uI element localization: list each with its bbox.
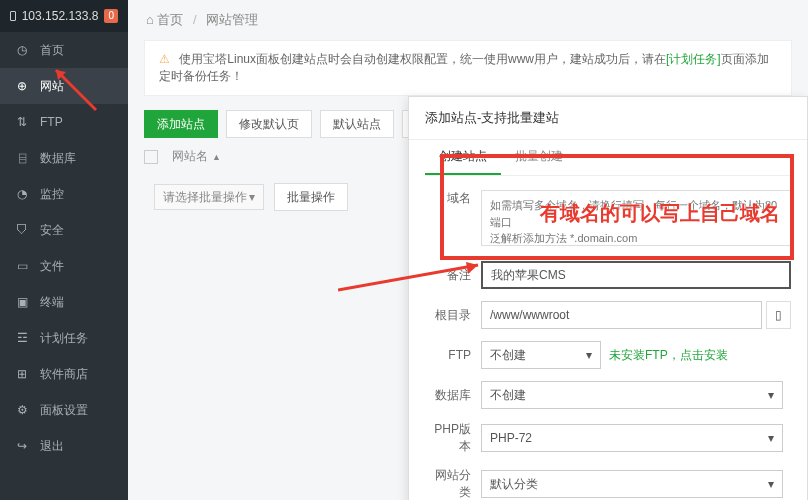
- select-all-checkbox[interactable]: [144, 150, 158, 164]
- sidebar-item-settings[interactable]: ⚙面板设置: [0, 392, 128, 428]
- alert-link[interactable]: [计划任务]: [666, 52, 721, 66]
- sidebar-item-label: FTP: [40, 115, 63, 129]
- breadcrumb: ⌂ 首页 / 网站管理: [128, 0, 808, 40]
- form-row-category: 网站分类 默认分类▾: [409, 461, 807, 500]
- php-select-value: PHP-72: [490, 431, 532, 445]
- logout-icon: ↪: [14, 439, 30, 453]
- database-label: 数据库: [425, 387, 481, 404]
- modal-tabs: 创建站点 批量创建: [425, 140, 791, 176]
- warning-icon: ⚠: [159, 52, 170, 66]
- globe-icon: ⊕: [14, 79, 30, 93]
- chevron-down-icon: ▾: [768, 477, 774, 491]
- batch-select-label: 请选择批量操作: [163, 189, 247, 206]
- browse-folder-button[interactable]: ▯: [766, 301, 791, 329]
- shield-icon: ⛉: [14, 223, 30, 237]
- breadcrumb-home[interactable]: 首页: [157, 12, 183, 27]
- sidebar-item-cron[interactable]: ☲计划任务: [0, 320, 128, 356]
- info-alert: ⚠ 使用宝塔Linux面板创建站点时会自动创建权限配置，统一使用www用户，建站…: [144, 40, 792, 96]
- sidebar-item-ftp[interactable]: ⇅FTP: [0, 104, 128, 140]
- sidebar-item-label: 首页: [40, 42, 64, 59]
- ftp-icon: ⇅: [14, 115, 30, 129]
- calendar-icon: ☲: [14, 331, 30, 345]
- batch-select[interactable]: 请选择批量操作▾: [154, 184, 264, 210]
- tab-create-site[interactable]: 创建站点: [425, 140, 501, 175]
- note-input[interactable]: [481, 261, 791, 289]
- terminal-icon: ▣: [14, 295, 30, 309]
- sidebar-item-label: 监控: [40, 186, 64, 203]
- sidebar-item-terminal[interactable]: ▣终端: [0, 284, 128, 320]
- category-label: 网站分类: [425, 467, 481, 500]
- sidebar-item-database[interactable]: ⌸数据库: [0, 140, 128, 176]
- sidebar: 103.152.133.8 0 ◷首页 ⊕网站 ⇅FTP ⌸数据库 ◔监控 ⛉安…: [0, 0, 128, 500]
- note-label: 备注: [425, 267, 481, 284]
- sidebar-item-website[interactable]: ⊕网站: [0, 68, 128, 104]
- php-label: PHP版本: [425, 421, 481, 455]
- home-icon: ⌂: [146, 12, 154, 27]
- sidebar-item-label: 安全: [40, 222, 64, 239]
- root-input[interactable]: [481, 301, 762, 329]
- tab-batch-create[interactable]: 批量创建: [501, 140, 577, 175]
- breadcrumb-separator: /: [193, 12, 197, 27]
- chevron-down-icon: ▾: [768, 431, 774, 445]
- sort-icon[interactable]: ▲: [212, 152, 221, 162]
- chevron-down-icon: ▾: [249, 190, 255, 204]
- modal-title: 添加站点-支持批量建站: [409, 97, 807, 140]
- domain-input[interactable]: [481, 190, 791, 246]
- gear-icon: ⚙: [14, 403, 30, 417]
- apps-icon: ⊞: [14, 367, 30, 381]
- sidebar-item-label: 面板设置: [40, 402, 88, 419]
- sidebar-item-store[interactable]: ⊞软件商店: [0, 356, 128, 392]
- sidebar-item-label: 软件商店: [40, 366, 88, 383]
- breadcrumb-current: 网站管理: [206, 12, 258, 27]
- root-label: 根目录: [425, 307, 481, 324]
- form-row-note: 备注: [409, 255, 807, 295]
- database-select[interactable]: 不创建▾: [481, 381, 783, 409]
- chevron-down-icon: ▾: [586, 348, 592, 362]
- form-row-database: 数据库 不创建▾: [409, 375, 807, 415]
- home-icon: ◷: [14, 43, 30, 57]
- sidebar-item-files[interactable]: ▭文件: [0, 248, 128, 284]
- form-row-domain: 域名: [409, 176, 807, 255]
- monitor-icon: ◔: [14, 187, 30, 201]
- sidebar-item-home[interactable]: ◷首页: [0, 32, 128, 68]
- ftp-label: FTP: [425, 348, 481, 362]
- ftp-select[interactable]: 不创建▾: [481, 341, 601, 369]
- category-select[interactable]: 默认分类▾: [481, 470, 783, 498]
- default-site-button[interactable]: 默认站点: [320, 110, 394, 138]
- notification-badge[interactable]: 0: [104, 9, 118, 23]
- sidebar-item-monitor[interactable]: ◔监控: [0, 176, 128, 212]
- database-icon: ⌸: [14, 151, 30, 165]
- form-row-ftp: FTP 不创建▾未安装FTP，点击安装: [409, 335, 807, 375]
- sidebar-header: 103.152.133.8 0: [0, 0, 128, 32]
- sidebar-item-label: 终端: [40, 294, 64, 311]
- php-select[interactable]: PHP-72▾: [481, 424, 783, 452]
- monitor-icon: [10, 11, 16, 21]
- sidebar-item-label: 网站: [40, 78, 64, 95]
- column-site-name[interactable]: 网站名: [172, 148, 208, 165]
- server-ip: 103.152.133.8: [22, 0, 99, 32]
- form-row-root: 根目录 ▯: [409, 295, 807, 335]
- alert-text-prefix: 使用宝塔Linux面板创建站点时会自动创建权限配置，统一使用www用户，建站成功…: [179, 52, 666, 66]
- ftp-hint[interactable]: 未安装FTP，点击安装: [609, 347, 728, 364]
- folder-icon: ▭: [14, 259, 30, 273]
- sidebar-item-label: 计划任务: [40, 330, 88, 347]
- sidebar-item-label: 文件: [40, 258, 64, 275]
- category-select-value: 默认分类: [490, 476, 538, 493]
- modify-default-button[interactable]: 修改默认页: [226, 110, 312, 138]
- form-row-php: PHP版本 PHP-72▾: [409, 415, 807, 461]
- domain-label: 域名: [425, 190, 481, 207]
- add-site-button[interactable]: 添加站点: [144, 110, 218, 138]
- database-select-value: 不创建: [490, 387, 526, 404]
- sidebar-item-logout[interactable]: ↪退出: [0, 428, 128, 464]
- sidebar-item-label: 退出: [40, 438, 64, 455]
- add-site-modal: 添加站点-支持批量建站 创建站点 批量创建 域名 备注 根目录 ▯ FTP 不创…: [408, 96, 808, 500]
- chevron-down-icon: ▾: [768, 388, 774, 402]
- sidebar-item-label: 数据库: [40, 150, 76, 167]
- ftp-select-value: 不创建: [490, 347, 526, 364]
- sidebar-item-security[interactable]: ⛉安全: [0, 212, 128, 248]
- batch-action-button[interactable]: 批量操作: [274, 183, 348, 211]
